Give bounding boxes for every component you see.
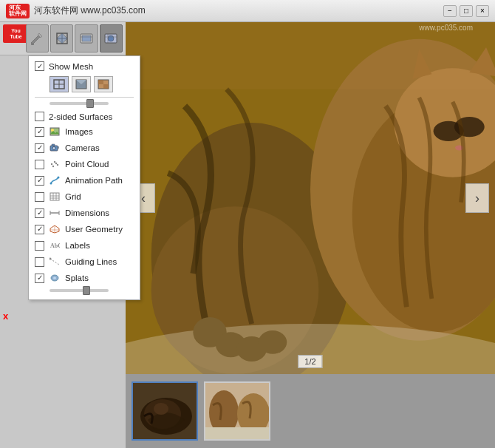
two-sided-item[interactable]: 2-sided Surfaces [29, 109, 140, 123]
guiding-lines-checkbox[interactable] [35, 257, 44, 267]
thumb-1-image [133, 383, 198, 441]
grid-item[interactable]: Grid [29, 189, 140, 205]
next-button[interactable]: › [465, 183, 489, 213]
point-cloud-checkbox[interactable] [35, 160, 44, 169]
main-image [126, 22, 495, 374]
cameras-icon [49, 142, 61, 154]
textured-icon [97, 78, 110, 90]
dimensions-checkbox[interactable] [35, 208, 44, 218]
svg-point-33 [58, 177, 60, 179]
splats-item[interactable]: Splats [29, 270, 140, 286]
svg-point-28 [54, 161, 55, 163]
edit-icon [29, 30, 45, 47]
mesh-slider[interactable] [50, 102, 109, 105]
labels-item[interactable]: AbC Labels [29, 237, 140, 254]
splats-checkbox[interactable] [35, 274, 44, 283]
view-options-dropdown: Show Mesh [28, 55, 140, 300]
point-cloud-item[interactable]: Point Cloud [29, 156, 140, 172]
thumb-2-image [205, 383, 270, 441]
thumbnail-1[interactable] [132, 381, 198, 441]
images-icon [49, 126, 61, 138]
close-button[interactable]: × [476, 5, 489, 17]
image-viewer: www.pc035.com ‹ › 1/2 [126, 22, 495, 374]
splats-slider-thumb [83, 286, 90, 295]
labels-checkbox[interactable] [35, 241, 44, 251]
textured-button[interactable] [94, 76, 113, 92]
view-tool-button[interactable] [75, 24, 98, 52]
title-bar-left: 河东软件网 河东软件网 www.pc035.com [6, 4, 146, 18]
cameras-label: Cameras [65, 143, 100, 152]
point-cloud-label: Point Cloud [65, 160, 109, 169]
labels-label: Labels [65, 241, 90, 250]
grid-checkbox[interactable] [35, 192, 44, 202]
lines-icon [50, 257, 60, 266]
splats-icon [49, 272, 61, 284]
youtube-label: YouTube [10, 28, 21, 39]
splats-slider[interactable] [50, 289, 109, 292]
toolbar: YouTube [0, 22, 126, 55]
svg-marker-4 [57, 33, 67, 44]
animation-path-checkbox[interactable] [35, 176, 44, 186]
images-checkbox[interactable] [35, 127, 44, 137]
wireframe-button[interactable] [50, 76, 69, 92]
edit-tool-button[interactable] [26, 24, 49, 52]
window-controls: − □ × [443, 5, 489, 17]
svg-point-66 [259, 330, 287, 354]
active-tool-button[interactable] [100, 24, 123, 52]
youtube-icon: YouTube [3, 24, 29, 43]
mesh-slider-row [29, 99, 140, 109]
guiding-lines-label: Guiding Lines [65, 257, 117, 266]
user-geometry-item[interactable]: User Geometry [29, 221, 140, 237]
mesh-icon [54, 30, 70, 47]
app-logo: 河东软件网 [6, 4, 30, 18]
svg-rect-6 [82, 35, 91, 41]
user-geometry-icon [49, 223, 61, 235]
mesh-tool-button[interactable] [50, 24, 73, 52]
left-panel: YouTube [0, 22, 126, 448]
window-title: 河东软件网 www.pc035.com [34, 4, 146, 17]
points-icon [50, 160, 60, 169]
guiding-lines-icon [49, 256, 61, 268]
logo-text: 河东软件网 [9, 5, 27, 17]
svg-rect-18 [98, 80, 103, 84]
user-geometry-label: User Geometry [65, 225, 123, 234]
two-sided-checkbox[interactable] [35, 112, 44, 121]
wireframe-icon [52, 78, 66, 90]
right-panel: www.pc035.com ‹ › 1/2 [126, 22, 495, 448]
mesh-icons-row [29, 73, 140, 95]
dimensions-item[interactable]: Dimensions [29, 205, 140, 221]
show-mesh-label: Show Mesh [49, 62, 93, 71]
splat-icon [50, 274, 60, 282]
svg-rect-61 [126, 22, 495, 89]
animation-path-icon [49, 174, 61, 186]
dimensions-icon [49, 207, 61, 219]
youtube-button[interactable]: YouTube [3, 24, 24, 52]
splats-label: Splats [65, 274, 89, 282]
minimize-button[interactable]: − [443, 5, 457, 17]
grid-icon-svg [50, 192, 60, 201]
grid-icon [49, 191, 61, 203]
cameras-item[interactable]: Cameras [29, 140, 140, 156]
maximize-button[interactable]: □ [460, 5, 473, 17]
mesh-slider-thumb [86, 99, 94, 108]
cameras-checkbox[interactable] [35, 143, 44, 153]
svg-point-31 [55, 163, 57, 164]
images-label: Images [65, 127, 93, 136]
images-item[interactable]: Images [29, 123, 140, 140]
svg-rect-25 [52, 144, 55, 146]
labels-icon: AbC [49, 240, 61, 251]
svg-rect-26 [58, 146, 59, 149]
main-container: YouTube [0, 22, 495, 448]
guiding-lines-item[interactable]: Guiding Lines [29, 254, 140, 270]
view-icon [78, 30, 95, 47]
solid-button[interactable] [72, 76, 91, 92]
next-arrow-icon: › [475, 191, 479, 206]
point-cloud-icon [49, 158, 61, 170]
show-mesh-checkbox[interactable] [35, 61, 44, 71]
svg-point-27 [51, 163, 52, 165]
user-geometry-checkbox[interactable] [35, 225, 44, 234]
animation-path-label: Animation Path [65, 176, 123, 185]
label-icon: AbC [50, 241, 60, 250]
thumbnail-2[interactable] [204, 381, 270, 441]
animation-path-item[interactable]: Animation Path [29, 172, 140, 189]
